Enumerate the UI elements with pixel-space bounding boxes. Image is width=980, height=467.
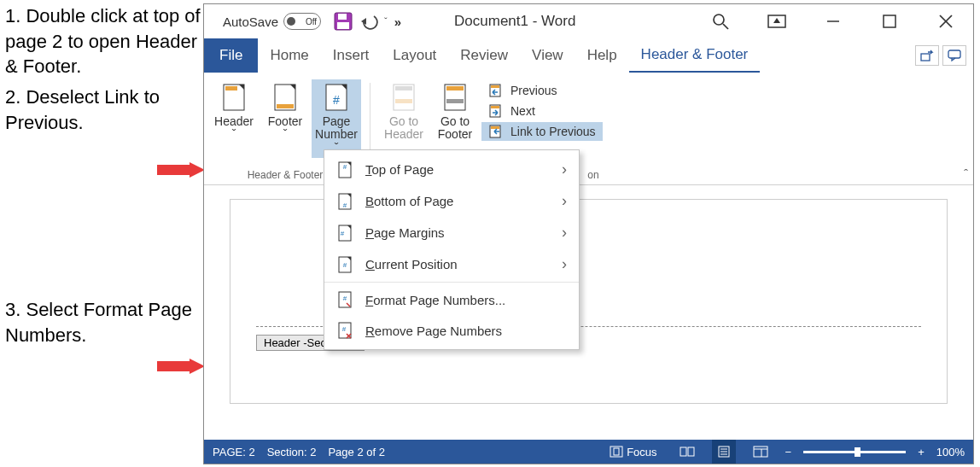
zoom-level[interactable]: 100% [936, 446, 965, 458]
titlebar: AutoSave Off ˇ » Document1 - Word [204, 4, 973, 38]
instruction-step-1: 1. Double click at top of page 2 to open… [5, 3, 201, 79]
tab-bar: File Home Insert Layout Review View Help… [204, 38, 973, 73]
instruction-panel: 1. Double click at top of page 2 to open… [5, 3, 201, 353]
chevron-right-icon: › [562, 255, 567, 273]
minimize-button[interactable] [818, 6, 849, 37]
tab-help[interactable]: Help [575, 38, 629, 73]
svg-text:#: # [342, 325, 347, 333]
go-to-header-button: Go to Header [379, 79, 429, 145]
document-title: Document1 - Word [454, 13, 575, 30]
search-icon[interactable] [705, 6, 736, 37]
page-icon: # [336, 161, 353, 178]
status-page[interactable]: PAGE: 2 [213, 446, 255, 458]
close-button[interactable] [930, 6, 961, 37]
header-button[interactable]: Headerˇ [209, 79, 259, 145]
svg-rect-29 [446, 86, 464, 90]
svg-text:#: # [333, 93, 340, 107]
separator [370, 83, 370, 156]
footer-icon [272, 83, 298, 112]
svg-rect-21 [277, 104, 294, 108]
svg-marker-9 [773, 18, 780, 23]
print-layout-button[interactable] [712, 440, 736, 464]
zoom-out-button[interactable]: − [785, 446, 792, 458]
svg-text:#: # [343, 201, 347, 209]
page-icon: # [336, 256, 353, 273]
previous-icon [488, 83, 505, 98]
svg-rect-15 [948, 50, 960, 58]
ribbon-display-icon[interactable] [761, 6, 792, 37]
share-button[interactable] [915, 45, 939, 66]
page-icon: # [336, 225, 353, 242]
link-to-previous-button[interactable]: Link to Previous [481, 122, 603, 141]
undo-button[interactable]: ˇ [360, 13, 388, 30]
tab-view[interactable]: View [520, 38, 575, 73]
autosave-label: AutoSave [223, 15, 278, 29]
instruction-step-2: 2. Deselect Link to Previous. [5, 85, 201, 135]
tab-insert[interactable]: Insert [321, 38, 382, 73]
group-label-hf: Header & Footer [248, 169, 324, 184]
svg-rect-57 [680, 447, 686, 456]
tab-layout[interactable]: Layout [381, 38, 448, 73]
status-section[interactable]: Section: 2 [267, 446, 317, 458]
svg-text:#: # [343, 261, 347, 269]
svg-point-6 [714, 15, 724, 25]
tab-review[interactable]: Review [448, 38, 520, 73]
menu-current-position[interactable]: # Current Position › [324, 248, 579, 280]
zoom-slider[interactable] [803, 451, 906, 453]
footer-button[interactable]: Footerˇ [260, 79, 310, 145]
svg-rect-27 [395, 99, 412, 103]
page-number-button[interactable]: # Page Number ˇ [312, 79, 361, 158]
go-to-header-icon [391, 83, 417, 112]
svg-text:#: # [341, 230, 345, 237]
svg-marker-1 [157, 359, 205, 374]
svg-rect-36 [491, 126, 499, 129]
save-icon[interactable] [331, 9, 355, 33]
read-mode-button[interactable] [674, 440, 700, 464]
previous-button[interactable]: Previous [481, 81, 603, 100]
svg-rect-58 [688, 447, 694, 456]
web-layout-button[interactable] [748, 440, 773, 464]
menu-remove-page-numbers[interactable]: # Remove Page Numbers [324, 315, 579, 346]
next-button[interactable]: Next [481, 102, 603, 120]
group-label-nav: on [587, 169, 602, 184]
menu-page-margins[interactable]: # Page Margins › [324, 217, 579, 248]
svg-rect-56 [614, 448, 619, 455]
focus-mode-button[interactable]: Focus [604, 440, 662, 464]
menu-bottom-of-page[interactable]: # Bottom of Page › [324, 185, 579, 217]
menu-format-page-numbers[interactable]: # Format Page Numbers... [324, 284, 579, 315]
status-page-of[interactable]: Page 2 of 2 [328, 446, 385, 458]
svg-rect-11 [884, 15, 895, 27]
zoom-in-button[interactable]: + [918, 446, 925, 458]
tab-header-footer[interactable]: Header & Footer [629, 38, 761, 73]
tab-file[interactable]: File [204, 38, 258, 73]
svg-rect-34 [491, 106, 499, 108]
svg-rect-18 [225, 86, 237, 90]
document-area[interactable]: Header -Section 2- [204, 185, 973, 440]
collapse-ribbon-icon[interactable]: ˆ [964, 167, 968, 181]
svg-rect-32 [491, 85, 499, 88]
go-to-footer-button[interactable]: Go to Footer [430, 79, 480, 145]
svg-rect-4 [337, 22, 349, 29]
go-to-footer-icon [442, 83, 468, 112]
word-window: AutoSave Off ˇ » Document1 - Word [203, 3, 974, 464]
remove-icon: # [336, 322, 353, 339]
svg-rect-3 [338, 14, 347, 20]
page-number-dropdown: # Top of Page › # Bottom of Page › # Pag… [324, 149, 580, 350]
autosave-toggle[interactable]: Off [283, 13, 321, 30]
menu-top-of-page[interactable]: # Top of Page › [324, 154, 579, 185]
svg-rect-14 [921, 54, 930, 61]
caret-icon: ˇ [283, 127, 288, 141]
svg-marker-0 [157, 162, 205, 178]
maximize-button[interactable] [874, 6, 905, 37]
link-to-previous-icon [488, 124, 505, 139]
format-icon: # [336, 291, 353, 308]
arrow-2 [157, 359, 205, 374]
comments-button[interactable] [942, 45, 966, 66]
more-commands-icon[interactable]: » [394, 15, 403, 29]
tab-home[interactable]: Home [258, 38, 320, 73]
next-icon [488, 103, 505, 119]
autosave-control[interactable]: AutoSave Off [223, 13, 321, 30]
svg-rect-63 [754, 447, 767, 457]
chevron-right-icon: › [562, 161, 567, 178]
svg-rect-26 [395, 86, 412, 90]
